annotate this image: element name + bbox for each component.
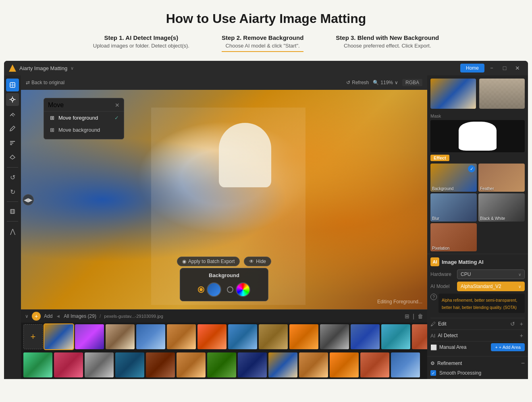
filmstrip-all-images: All Images (29) xyxy=(64,313,96,319)
zoom-chevron-icon: ∨ xyxy=(395,80,398,85)
thumb-23[interactable] xyxy=(299,352,328,377)
thumb-12[interactable] xyxy=(381,324,410,349)
filmstrip-add-button[interactable]: + xyxy=(32,312,41,321)
canvas-image: Move ✕ ⊞ Move foreground ✓ ⊞ Move backgr… xyxy=(21,90,427,309)
thumb-26[interactable] xyxy=(391,352,420,377)
outline-emphasis-checkbox[interactable] xyxy=(430,378,436,379)
effect-bw[interactable]: Black & White xyxy=(478,193,525,222)
thumb-10[interactable] xyxy=(320,324,349,349)
move-foreground-option[interactable]: ⊞ Move foreground ✓ xyxy=(44,112,124,124)
thumb-6[interactable] xyxy=(197,324,227,349)
effect-feather[interactable]: Feather xyxy=(478,164,525,192)
ai-detect-row: AI AI Detect + xyxy=(430,332,525,340)
thumb-25[interactable] xyxy=(360,352,389,377)
filmstrip-toggle-button[interactable]: ∨ xyxy=(25,313,29,319)
canvas-main[interactable]: Move ✕ ⊞ Move foreground ✓ ⊞ Move backgr… xyxy=(21,90,427,309)
thumb-20[interactable] xyxy=(207,352,236,377)
move-background-option[interactable]: ⊞ Move background xyxy=(44,124,124,136)
effect-background[interactable]: Background xyxy=(430,164,477,192)
add-image-button[interactable]: + xyxy=(23,324,43,349)
thumb-5[interactable] xyxy=(167,324,196,349)
edit-add-button[interactable]: + xyxy=(518,320,525,328)
back-to-original-button[interactable]: ⇄ Back to original xyxy=(26,80,64,85)
bg-wheel-option[interactable] xyxy=(227,282,250,297)
filmstrip-header: ∨ + Add ◄ All Images (29) / pexels-gusta… xyxy=(21,310,427,323)
thumb-22[interactable] xyxy=(268,352,297,377)
thumb-9[interactable] xyxy=(289,324,318,349)
thumb-17[interactable] xyxy=(115,352,144,377)
mask-thumb xyxy=(430,120,525,152)
effect-background-label: Background xyxy=(432,186,453,191)
apply-to-batch-button[interactable]: ◉ Apply to Batch Export xyxy=(177,257,240,266)
filmstrip-grid-icon[interactable]: ⊞ xyxy=(405,313,409,319)
thumb-7[interactable] xyxy=(228,324,257,349)
step3-desc: Choose preferred effect. Click Export. xyxy=(336,43,439,49)
home-button[interactable]: Home xyxy=(460,64,484,73)
brush-tool-button[interactable] xyxy=(6,122,19,135)
thumb-14[interactable] xyxy=(23,352,52,377)
hide-button[interactable]: 👁 Hide xyxy=(244,257,271,266)
zoom-icon: 🔍 xyxy=(373,80,379,85)
apply-hide-bar: ◉ Apply to Batch Export 👁 Hide xyxy=(177,257,271,266)
thumb-3[interactable] xyxy=(106,324,135,349)
filmstrip-row-2 xyxy=(21,351,427,379)
erase-tool-button[interactable] xyxy=(6,108,19,120)
background-panel-title: Background xyxy=(187,272,262,278)
ai-detect-add-button[interactable]: + xyxy=(518,332,525,340)
title-bar-right: Home － □ ✕ xyxy=(460,64,523,73)
thumb-21[interactable] xyxy=(238,352,267,377)
bg-color-wheel[interactable] xyxy=(236,282,250,297)
select-tool-button[interactable] xyxy=(6,79,19,91)
edit-undo-button[interactable]: ↺ xyxy=(509,320,517,328)
bg-color-swatch[interactable] xyxy=(207,282,221,297)
bg-wheel-radio[interactable] xyxy=(227,286,233,293)
minimize-button[interactable]: － xyxy=(486,64,497,73)
thumb-8[interactable] xyxy=(259,324,288,349)
thumb-15[interactable] xyxy=(54,352,83,377)
move-popup: Move ✕ ⊞ Move foreground ✓ ⊞ Move backgr… xyxy=(44,98,124,139)
preview-result xyxy=(479,79,525,109)
refinement-header: ⚙ Refinement − xyxy=(430,360,525,367)
thumb-19[interactable] xyxy=(177,352,206,377)
thumb-18[interactable] xyxy=(146,352,175,377)
maximize-button[interactable]: □ xyxy=(499,64,510,73)
dropper-tool-button[interactable] xyxy=(6,151,19,164)
add-area-button[interactable]: + + Add Area xyxy=(491,343,525,351)
effect-blur[interactable]: Blur xyxy=(430,193,477,222)
fit-button[interactable] xyxy=(6,205,19,218)
refinement-collapse-button[interactable]: − xyxy=(521,360,525,367)
close-button[interactable]: ✕ xyxy=(512,64,523,73)
thumb-2[interactable] xyxy=(75,324,104,349)
expand-button[interactable]: ⋀ xyxy=(6,225,19,238)
undo-button[interactable]: ↺ xyxy=(6,171,19,184)
thumb-11[interactable] xyxy=(351,324,380,349)
manual-area-icon: ⬜ xyxy=(430,344,437,350)
move-tool-button[interactable] xyxy=(6,93,19,106)
refresh-button[interactable]: ↺ Refresh xyxy=(346,80,369,85)
smooth-processing-checkbox[interactable] xyxy=(430,370,436,376)
preview-subject-overlay xyxy=(479,79,525,109)
redo-button[interactable]: ↻ xyxy=(6,185,19,198)
effect-blur-label: Blur xyxy=(432,216,439,221)
question-icon[interactable]: ? xyxy=(430,294,437,300)
hardware-select[interactable]: CPU ∨ xyxy=(457,269,525,279)
thumb-24[interactable] xyxy=(330,352,359,377)
paint-tool-button[interactable] xyxy=(6,137,19,149)
effect-pixel[interactable]: Pixelation xyxy=(430,223,477,251)
rgba-label: RGBA xyxy=(402,79,422,86)
thumb-1[interactable] xyxy=(44,324,73,349)
thumb-13[interactable] xyxy=(412,324,427,349)
bg-color-radio[interactable] xyxy=(198,286,204,293)
filmstrip-delete-button[interactable]: 🗑 xyxy=(418,313,423,319)
divider-2 xyxy=(430,329,525,330)
thumb-16[interactable] xyxy=(85,352,114,377)
effect-bw-label: Black & White xyxy=(480,216,505,221)
thumb-4[interactable] xyxy=(136,324,165,349)
ai-title: Image Matting AI xyxy=(442,259,484,265)
canvas-nav-left-button[interactable]: ◀▶ xyxy=(23,194,34,205)
move-popup-close-button[interactable]: ✕ xyxy=(115,102,120,108)
ai-model-select[interactable]: AlphaStandard_V2 ∨ xyxy=(457,282,525,291)
back-icon: ⇄ xyxy=(26,80,30,85)
bg-color-option[interactable] xyxy=(198,282,221,297)
step3-title: Step 3. Blend with New Background xyxy=(336,34,439,41)
